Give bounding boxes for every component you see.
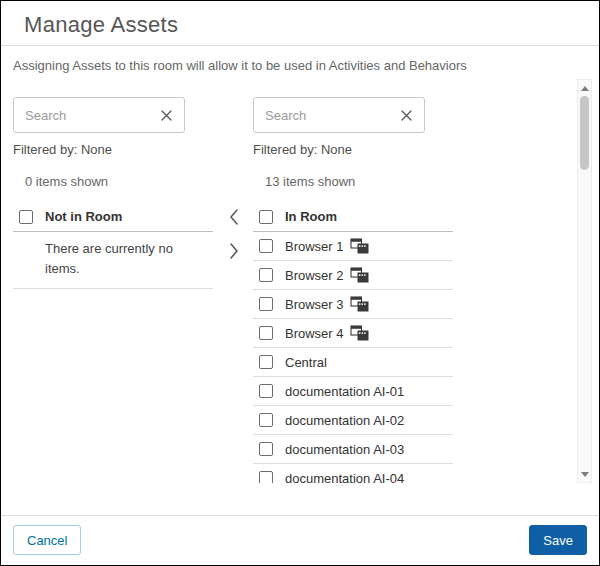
right-list-header-label: In Room [285,209,337,224]
left-empty-row: There are currently no items. [13,232,213,289]
item-checkbox[interactable] [259,268,273,282]
left-list-header-label: Not in Room [45,209,122,224]
not-in-room-panel: Filtered by: None 0 items shown Not in R… [13,97,213,289]
item-label: documentation AI-01 [285,384,404,399]
item-label: Central [285,355,327,370]
scrollbar-thumb[interactable] [580,96,589,170]
right-filtered-by: Filtered by: None [253,142,453,157]
cancel-button[interactable]: Cancel [13,525,81,555]
applications-icon [350,238,369,254]
move-left-button[interactable] [221,205,247,231]
right-search-input[interactable] [254,108,396,123]
list-item: Central [253,348,453,377]
move-right-button[interactable] [221,239,247,265]
applications-icon [350,267,369,283]
vertical-scrollbar[interactable] [577,79,592,483]
empty-message: There are currently no items. [13,232,203,288]
item-checkbox[interactable] [259,442,273,456]
dialog-description: Assigning Assets to this room will allow… [13,58,467,73]
left-filtered-by: Filtered by: None [13,142,213,157]
in-room-panel: Filtered by: None 13 items shown In Room… [253,97,453,483]
item-label: Browser 1 [285,239,344,254]
right-items-count: 13 items shown [265,174,453,189]
applications-icon [350,296,369,312]
manage-assets-dialog: Manage Assets Assigning Assets to this r… [0,0,600,566]
list-item: Browser 3 [253,290,453,319]
footer-divider [1,515,599,516]
item-checkbox[interactable] [259,239,273,253]
chevron-right-icon [227,242,241,263]
item-checkbox[interactable] [259,326,273,340]
list-item: Browser 4 [253,319,453,348]
chevron-left-icon [227,208,241,229]
right-select-all-checkbox[interactable] [259,210,273,224]
list-item: Browser 2 [253,261,453,290]
in-room-list: In Room Browser 1Browser 2Browser 3Brows… [253,202,453,483]
list-item: documentation AI-03 [253,435,453,464]
left-items-count: 0 items shown [25,174,213,189]
triangle-up-icon [581,86,589,91]
left-select-all-checkbox[interactable] [19,210,33,224]
title-divider [1,45,599,46]
item-checkbox[interactable] [259,355,273,369]
scroll-up-button[interactable] [578,81,591,95]
right-search-clear-icon[interactable] [396,109,424,122]
scroll-down-button[interactable] [578,467,591,481]
not-in-room-list: Not in Room There are currently no items… [13,202,213,289]
left-search-input[interactable] [14,108,156,123]
item-checkbox[interactable] [259,384,273,398]
triangle-down-icon [581,472,589,477]
left-search-box[interactable] [13,97,185,133]
applications-icon [350,325,369,341]
item-label: documentation AI-02 [285,413,404,428]
item-checkbox[interactable] [259,413,273,427]
list-item: documentation AI-02 [253,406,453,435]
item-label: documentation AI-04 [285,471,404,484]
list-item: documentation AI-04 [253,464,453,483]
content-area: Filtered by: None 0 items shown Not in R… [1,79,599,483]
list-item: documentation AI-01 [253,377,453,406]
item-checkbox[interactable] [259,471,273,483]
item-label: documentation AI-03 [285,442,404,457]
save-button[interactable]: Save [529,525,587,555]
item-label: Browser 2 [285,268,344,283]
left-list-header-row: Not in Room [13,202,213,232]
right-list-header-row: In Room [253,202,453,232]
right-search-box[interactable] [253,97,425,133]
item-label: Browser 3 [285,297,344,312]
dialog-title: Manage Assets [24,12,178,38]
list-item: Browser 1 [253,232,453,261]
item-checkbox[interactable] [259,297,273,311]
left-search-clear-icon[interactable] [156,109,184,122]
item-label: Browser 4 [285,326,344,341]
transfer-controls [221,205,247,265]
